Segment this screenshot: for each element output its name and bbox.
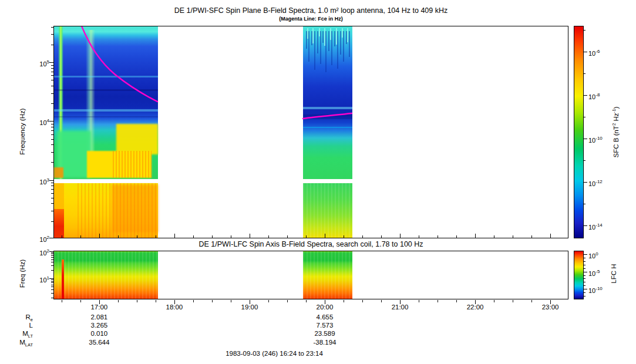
lfc-data-block-2 xyxy=(303,251,352,299)
y-tick-label: 103 xyxy=(25,176,49,186)
x-tick-inner xyxy=(400,234,401,238)
spectrogram-page: DE 1/PWI-SFC Spin Plane B-Field Spectra,… xyxy=(0,0,636,364)
ephemeris-value: 7.573 xyxy=(298,322,351,329)
x-tick-inner xyxy=(513,235,513,238)
x-tick-inner xyxy=(156,235,156,238)
x-tick-inner xyxy=(80,235,81,238)
y-minor-tick xyxy=(51,262,53,262)
y-minor-tick xyxy=(51,186,53,186)
colorbar-tick xyxy=(584,272,587,272)
colorbar-tick xyxy=(584,225,587,226)
y-minor-tick xyxy=(51,152,53,153)
y-minor-tick xyxy=(51,285,53,285)
x-tick xyxy=(419,300,419,302)
y-minor-tick xyxy=(51,124,53,124)
sfc-colorbar-label: SFC B (nT2 Hz-1) xyxy=(611,88,620,176)
x-tick xyxy=(118,300,119,302)
ephemeris-value: -38.194 xyxy=(298,339,351,346)
fce-line-segment-2 xyxy=(303,113,352,119)
colorbar-tick xyxy=(584,258,585,258)
y-minor-tick xyxy=(51,282,53,283)
y-minor-tick xyxy=(51,65,53,66)
y-minor-tick xyxy=(51,139,53,140)
y-tick-label: 104 xyxy=(25,117,49,127)
colorbar-tick xyxy=(584,278,585,279)
colorbar-tick xyxy=(584,285,585,286)
colorbar-tick xyxy=(584,292,585,293)
colorbar-tick xyxy=(584,95,587,96)
x-tick-inner xyxy=(193,235,194,238)
x-tick xyxy=(513,300,513,302)
y-tick xyxy=(49,180,53,181)
y-minor-tick xyxy=(51,134,53,135)
x-tick xyxy=(268,300,269,302)
y-tick xyxy=(49,62,53,63)
x-tick-inner xyxy=(137,235,137,238)
lfc-y-axis-label: Freq (Hz) xyxy=(19,250,26,297)
y-minor-tick xyxy=(51,198,53,198)
y-minor-tick xyxy=(51,193,53,194)
x-tick xyxy=(99,300,100,304)
lfc-panel-title: DE 1/PWI-LFC Spin Axis B-Field Spectra, … xyxy=(53,240,568,248)
y-minor-tick xyxy=(51,144,53,145)
x-tick-label: 18:00 xyxy=(157,304,192,311)
x-tick xyxy=(287,300,288,302)
page-title: DE 1/PWI-SFC Spin Plane B-Field Spectra,… xyxy=(53,6,568,15)
x-tick xyxy=(174,300,175,304)
sfc-spectrogram-panel xyxy=(53,26,568,238)
x-tick-inner xyxy=(381,235,382,238)
ephemeris-value: 23.589 xyxy=(298,330,351,337)
x-tick-inner xyxy=(494,235,494,238)
x-tick-label: 17:00 xyxy=(82,304,117,311)
colorbar-tick xyxy=(584,52,587,52)
footer-date-range: 1983-09-03 (246) 16:24 to 23:14 xyxy=(98,350,450,357)
y-minor-tick xyxy=(51,72,53,72)
emission-speckle xyxy=(54,251,158,299)
y-minor-tick xyxy=(51,80,53,80)
y-tick-label: 102 xyxy=(25,247,49,257)
lfc-spectrogram-panel xyxy=(53,251,568,299)
x-tick-inner xyxy=(174,234,175,238)
y-tick-label: 102 xyxy=(25,234,49,244)
x-tick-inner xyxy=(62,235,62,238)
ephemeris-row-label: MLT xyxy=(6,330,33,339)
y-minor-tick xyxy=(51,265,53,266)
x-tick xyxy=(400,300,401,304)
y-minor-tick xyxy=(51,279,53,280)
sfc-y-axis-label: Frequency (Hz) xyxy=(19,96,26,167)
x-tick xyxy=(381,300,382,302)
x-tick-inner xyxy=(362,235,363,238)
fce-line-segment-1 xyxy=(81,26,157,102)
y-minor-tick xyxy=(51,130,53,131)
x-tick xyxy=(250,300,250,304)
x-tick-inner xyxy=(287,235,288,238)
x-tick-inner xyxy=(306,235,307,238)
colorbar-tick xyxy=(584,296,585,296)
x-tick xyxy=(62,300,62,302)
y-minor-tick xyxy=(51,93,53,94)
y-minor-tick xyxy=(51,257,53,258)
colorbar-tick-label: 10-10 xyxy=(588,134,613,144)
x-tick-inner xyxy=(212,235,213,238)
ephemeris-value: 4.655 xyxy=(298,314,351,321)
y-tick-label: 101 xyxy=(25,274,49,284)
y-minor-tick xyxy=(51,68,53,69)
colorbar-tick-label: 10-8 xyxy=(588,91,613,101)
y-minor-tick xyxy=(51,45,53,45)
colorbar-tick-label: 10-6 xyxy=(588,48,613,58)
sfc-colorbar xyxy=(574,26,584,238)
x-tick-inner xyxy=(531,235,532,238)
impulsive-burst-spike xyxy=(62,259,64,299)
colorbar-tick xyxy=(584,30,585,31)
x-tick-inner xyxy=(344,235,344,238)
ephemeris-value: 35.644 xyxy=(73,339,126,346)
x-tick-label: 22:00 xyxy=(457,304,493,311)
x-tick-inner xyxy=(438,235,438,238)
colorbar-tick-label: 10-10 xyxy=(588,285,613,295)
x-tick-label: 20:00 xyxy=(307,304,342,311)
x-tick xyxy=(306,300,307,302)
colorbar-tick xyxy=(584,265,585,265)
colorbar-tick xyxy=(584,73,585,74)
colorbar-tick-label: 100 xyxy=(588,250,613,260)
y-minor-tick xyxy=(51,34,53,35)
